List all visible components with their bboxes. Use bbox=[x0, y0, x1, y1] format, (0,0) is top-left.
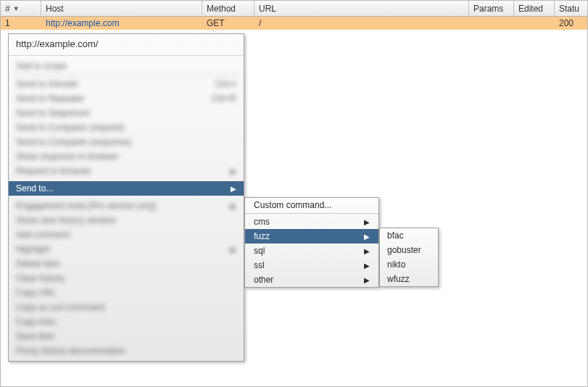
context-menu-item-blurred[interactable]: Send to IntruderCtrl+I bbox=[9, 77, 244, 91]
proxy-history-header: # ▼ Host Method URL Params Edited Statu bbox=[1, 1, 587, 17]
context-menu-item-blurred[interactable]: Show response in browser bbox=[9, 149, 244, 164]
fuzz-submenu: bfac gobuster nikto wfuzz bbox=[379, 228, 439, 287]
context-menu-item-blurred[interactable]: Add to scope bbox=[9, 59, 244, 73]
scrollbar-thumb[interactable] bbox=[573, 221, 579, 227]
context-menu-item-blurred[interactable]: Proxy history documentation bbox=[9, 344, 244, 358]
submenu-item-other[interactable]: other ▶ bbox=[245, 272, 378, 287]
submenu-item-sql[interactable]: sql ▶ bbox=[245, 244, 378, 258]
context-menu-item-blurred[interactable]: Send to Comparer (request) bbox=[9, 120, 244, 135]
context-menu: http://example.com/ Add to scope Send to… bbox=[8, 33, 244, 362]
blurred-response-text: GET / HTTP/1.1 Host: example.com Accept:… bbox=[305, 304, 529, 318]
context-menu-item-blurred[interactable]: Copy as curl command bbox=[9, 300, 244, 315]
submenu-item-wfuzz[interactable]: wfuzz bbox=[380, 272, 438, 286]
submenu-item-label: sql bbox=[254, 246, 265, 256]
submenu-item-label: nikto bbox=[387, 259, 405, 270]
submenu-arrow-icon: ▶ bbox=[364, 233, 370, 241]
vertical-scroll-indicator[interactable] bbox=[581, 278, 587, 298]
submenu-arrow-icon: ▶ bbox=[364, 218, 370, 226]
submenu-item-label: ssl bbox=[254, 260, 265, 270]
submenu-item-cms[interactable]: cms ▶ bbox=[245, 215, 378, 229]
submenu-item-gobuster[interactable]: gobuster bbox=[380, 243, 438, 257]
context-menu-separator bbox=[13, 75, 239, 75]
context-menu-item-blurred[interactable]: Copy URL bbox=[9, 286, 244, 300]
submenu-item-label: wfuzz bbox=[387, 274, 410, 284]
submenu-item-label: Custom command... bbox=[254, 200, 331, 210]
context-menu-blurred-below: Engagement tools [Pro version only]▶ Sho… bbox=[9, 196, 244, 361]
context-menu-item-blurred[interactable]: Save item bbox=[9, 329, 244, 344]
submenu-arrow-icon: ▶ bbox=[364, 276, 370, 284]
context-menu-item-blurred[interactable]: Send to RepeaterCtrl+R bbox=[9, 91, 244, 106]
col-url-header[interactable]: URL bbox=[254, 1, 469, 16]
submenu-arrow-icon: ▶ bbox=[231, 185, 236, 193]
cell-number: 1 bbox=[1, 18, 41, 28]
context-menu-item-blurred[interactable]: Clear history bbox=[9, 271, 244, 286]
cell-host: http://example.com bbox=[41, 18, 202, 28]
submenu-item-label: gobuster bbox=[387, 245, 421, 255]
col-host-header[interactable]: Host bbox=[41, 1, 202, 16]
submenu-separator bbox=[245, 213, 378, 214]
col-number-label: # bbox=[5, 4, 10, 14]
send-to-submenu: Custom command... cms ▶ fuzz ▶ sql ▶ ssl… bbox=[244, 197, 379, 288]
submenu-item-label: bfac bbox=[387, 230, 404, 241]
context-menu-item-blurred[interactable]: Copy links bbox=[9, 315, 244, 329]
submenu-item-nikto[interactable]: nikto bbox=[380, 257, 438, 272]
submenu-item-label: other bbox=[254, 275, 273, 285]
context-menu-blurred-above: Add to scope Send to IntruderCtrl+I Send… bbox=[9, 56, 244, 181]
context-menu-item-label: Send to... bbox=[16, 183, 53, 194]
cell-method: GET bbox=[202, 18, 254, 28]
submenu-item-label: cms bbox=[254, 217, 270, 227]
context-menu-item-blurred[interactable]: Show new history window bbox=[9, 213, 244, 228]
submenu-arrow-icon: ▶ bbox=[364, 247, 370, 255]
col-status-header[interactable]: Statu bbox=[555, 1, 587, 16]
cell-url: / bbox=[254, 18, 469, 28]
context-menu-item-blurred[interactable]: Send to Comparer (response) bbox=[9, 135, 244, 149]
col-edited-header[interactable]: Edited bbox=[514, 1, 555, 16]
context-menu-item-blurred[interactable]: Request in browser▶ bbox=[9, 164, 244, 178]
submenu-item-label: fuzz bbox=[254, 231, 270, 241]
context-menu-item-blurred[interactable]: Add comment bbox=[9, 228, 244, 242]
context-menu-item-send-to[interactable]: Send to... ▶ bbox=[9, 181, 244, 196]
submenu-arrow-icon: ▶ bbox=[364, 262, 370, 270]
col-method-header[interactable]: Method bbox=[202, 1, 254, 16]
context-menu-item-blurred[interactable]: Send to Sequencer bbox=[9, 106, 244, 120]
col-number-header[interactable]: # ▼ bbox=[1, 1, 41, 16]
submenu-item-fuzz[interactable]: fuzz ▶ bbox=[245, 229, 378, 244]
context-menu-item-blurred[interactable]: Engagement tools [Pro version only]▶ bbox=[9, 199, 244, 213]
submenu-item-custom-command[interactable]: Custom command... bbox=[245, 198, 378, 212]
context-menu-item-blurred[interactable]: Delete item bbox=[9, 257, 244, 271]
submenu-item-ssl[interactable]: ssl ▶ bbox=[245, 258, 378, 272]
context-menu-item-blurred[interactable]: Highlight▶ bbox=[9, 242, 244, 257]
cell-status: 200 bbox=[555, 18, 587, 28]
submenu-item-bfac[interactable]: bfac bbox=[380, 228, 438, 243]
col-params-header[interactable]: Params bbox=[469, 1, 514, 16]
context-menu-title: http://example.com/ bbox=[9, 34, 244, 56]
sort-indicator-icon: ▼ bbox=[13, 5, 20, 12]
table-row[interactable]: 1 http://example.com GET / 200 bbox=[1, 17, 587, 30]
